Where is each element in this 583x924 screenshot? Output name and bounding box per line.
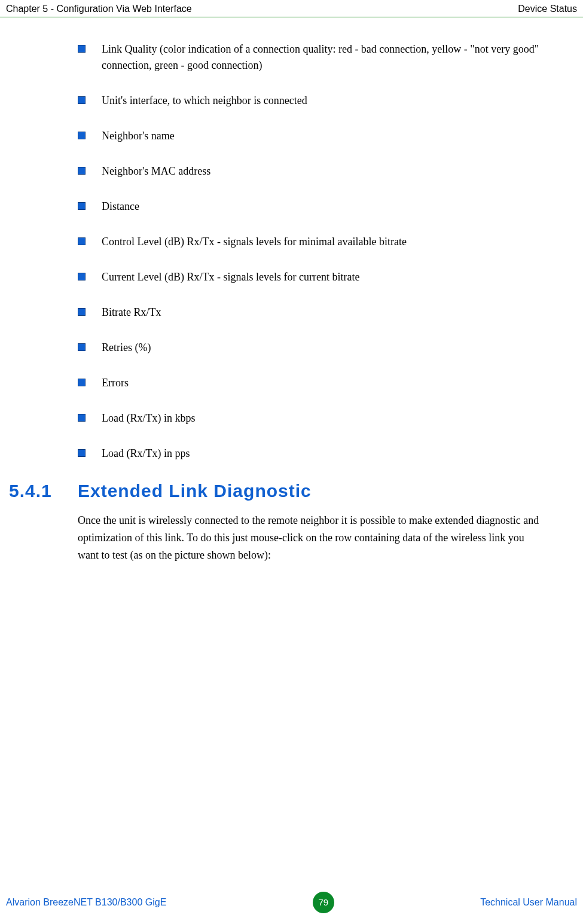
page-footer: Alvarion BreezeNET B130/B300 GigE 79 Tec…	[0, 887, 583, 924]
list-item: Bitrate Rx/Tx	[78, 304, 547, 321]
list-item: Link Quality (color indication of a conn…	[78, 41, 547, 74]
section-heading: 5.4.1 Extended Link Diagnostic	[9, 481, 547, 501]
list-item: Errors	[78, 375, 547, 391]
list-item: Load (Rx/Tx) in kbps	[78, 410, 547, 426]
list-item: Distance	[78, 199, 547, 215]
list-item: Load (Rx/Tx) in pps	[78, 446, 547, 462]
list-item: Retries (%)	[78, 340, 547, 356]
header-right: Device Status	[518, 4, 577, 14]
footer-left: Alvarion BreezeNET B130/B300 GigE	[6, 897, 166, 908]
footer-right: Technical User Manual	[480, 897, 577, 908]
page-content: Link Quality (color indication of a conn…	[0, 17, 583, 563]
section-number: 5.4.1	[9, 481, 78, 501]
list-item: Neighbor's name	[78, 128, 547, 144]
section-body: Once the unit is wirelessly connected to…	[78, 512, 547, 563]
list-item: Control Level (dB) Rx/Tx - signals level…	[78, 234, 547, 250]
section-title: Extended Link Diagnostic	[78, 481, 312, 501]
list-item: Neighbor's MAC address	[78, 163, 547, 179]
list-item: Unit's interface, to which neighbor is c…	[78, 93, 547, 109]
header-left: Chapter 5 - Configuration Via Web Interf…	[6, 4, 192, 14]
page-header: Chapter 5 - Configuration Via Web Interf…	[0, 0, 583, 17]
bullet-list: Link Quality (color indication of a conn…	[78, 41, 547, 462]
list-item: Current Level (dB) Rx/Tx - signals level…	[78, 269, 547, 285]
page-number-badge: 79	[313, 892, 334, 913]
